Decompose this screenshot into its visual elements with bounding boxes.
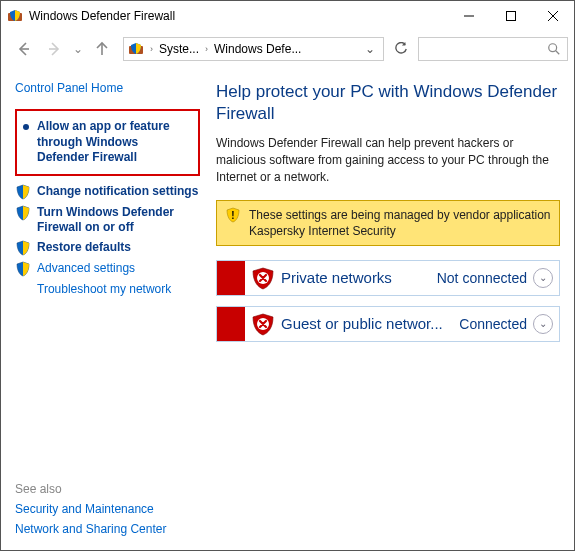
warning-banner: These settings are being managed by vend… [216, 200, 560, 246]
titlebar: Windows Defender Firewall [1, 1, 574, 31]
guest-networks-label: Guest or public networ... [281, 315, 459, 332]
change-notification-label: Change notification settings [37, 184, 198, 199]
advanced-settings-link[interactable]: Advanced settings [15, 261, 200, 277]
allow-app-link[interactable]: Allow an app or feature through Windows … [15, 109, 200, 176]
restore-defaults-label: Restore defaults [37, 240, 131, 255]
svg-point-10 [549, 44, 557, 52]
breadcrumb-system[interactable]: Syste... [159, 42, 199, 56]
blocked-shield-icon [251, 266, 275, 290]
search-box[interactable] [418, 37, 568, 61]
history-dropdown[interactable]: ⌄ [71, 42, 85, 56]
svg-line-11 [556, 51, 560, 55]
network-sharing-link[interactable]: Network and Sharing Center [15, 522, 200, 536]
warning-shield-icon [225, 207, 241, 223]
private-networks-status: Not connected [437, 270, 527, 286]
back-button[interactable] [11, 36, 37, 62]
guest-networks-row[interactable]: Guest or public networ... Connected ⌄ [216, 306, 560, 342]
turn-onoff-link[interactable]: Turn Windows Defender Firewall on or off [15, 205, 200, 235]
forward-button[interactable] [41, 36, 67, 62]
restore-defaults-link[interactable]: Restore defaults [15, 240, 200, 256]
maximize-button[interactable] [490, 2, 532, 30]
troubleshoot-link[interactable]: Troubleshoot my network [37, 282, 200, 297]
allow-app-label: Allow an app or feature through Windows … [37, 119, 192, 166]
chevron-down-icon[interactable]: ⌄ [533, 268, 553, 288]
red-bar [217, 307, 245, 341]
troubleshoot-label: Troubleshoot my network [37, 282, 171, 297]
page-description: Windows Defender Firewall can help preve… [216, 135, 560, 185]
blocked-shield-icon [251, 312, 275, 336]
private-networks-row[interactable]: Private networks Not connected ⌄ [216, 260, 560, 296]
address-bar[interactable]: › Syste... › Windows Defe... ⌄ [123, 37, 384, 61]
security-maintenance-link[interactable]: Security and Maintenance [15, 502, 200, 516]
shield-icon [15, 240, 31, 256]
content-area: Help protect your PC with Windows Defend… [206, 67, 574, 550]
chevron-right-icon[interactable]: › [205, 44, 208, 54]
page-title: Help protect your PC with Windows Defend… [216, 81, 560, 125]
private-networks-label: Private networks [281, 269, 437, 286]
turn-onoff-label: Turn Windows Defender Firewall on or off [37, 205, 200, 235]
chevron-right-icon[interactable]: › [150, 44, 153, 54]
banner-text: These settings are being managed by vend… [249, 207, 551, 239]
sidebar: Control Panel Home Allow an app or featu… [1, 67, 206, 550]
guest-networks-status: Connected [459, 316, 527, 332]
firewall-icon [128, 41, 144, 57]
breadcrumb-firewall[interactable]: Windows Defe... [214, 42, 301, 56]
search-icon [547, 42, 561, 56]
bullet-icon [23, 124, 29, 130]
change-notification-link[interactable]: Change notification settings [15, 184, 200, 200]
chevron-down-icon[interactable]: ⌄ [533, 314, 553, 334]
shield-icon [15, 205, 31, 221]
firewall-icon [7, 8, 23, 24]
shield-icon [15, 184, 31, 200]
shield-icon [15, 261, 31, 277]
see-also-heading: See also [15, 482, 200, 496]
advanced-settings-label: Advanced settings [37, 261, 135, 276]
refresh-button[interactable] [388, 37, 414, 61]
up-button[interactable] [89, 36, 115, 62]
svg-rect-4 [507, 12, 516, 21]
minimize-button[interactable] [448, 2, 490, 30]
address-dropdown[interactable]: ⌄ [361, 42, 379, 56]
red-bar [217, 261, 245, 295]
control-panel-home-link[interactable]: Control Panel Home [15, 81, 200, 95]
window-title: Windows Defender Firewall [29, 9, 448, 23]
nav-row: ⌄ › Syste... › Windows Defe... ⌄ [1, 31, 574, 67]
close-button[interactable] [532, 2, 574, 30]
